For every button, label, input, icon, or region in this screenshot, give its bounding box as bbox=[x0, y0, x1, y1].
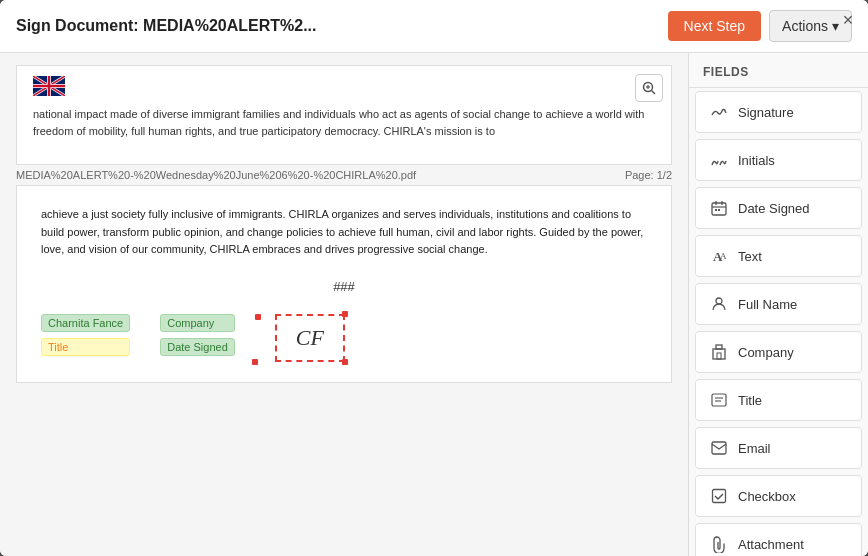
svg-rect-18 bbox=[718, 209, 720, 211]
svg-rect-29 bbox=[713, 490, 726, 503]
field-item-title[interactable]: Title bbox=[695, 379, 862, 421]
field-item-full-name[interactable]: Full Name bbox=[695, 283, 862, 325]
actions-label: Actions bbox=[782, 18, 828, 34]
company-icon bbox=[708, 341, 730, 363]
svg-point-21 bbox=[716, 298, 722, 304]
field-item-date-signed[interactable]: Date Signed bbox=[695, 187, 862, 229]
title-field-tag[interactable]: Title bbox=[41, 338, 130, 356]
field-label-title: Title bbox=[738, 393, 762, 408]
field-label-email: Email bbox=[738, 441, 771, 456]
svg-rect-25 bbox=[712, 394, 726, 406]
name-field-tag[interactable]: Charnita Fance bbox=[41, 314, 130, 332]
signature-box[interactable]: CF bbox=[275, 314, 345, 362]
text-icon: A A bbox=[708, 245, 730, 267]
document-main-page: achieve a just society fully inclusive o… bbox=[16, 185, 672, 383]
field-group-center: Company Date Signed bbox=[160, 314, 235, 356]
email-icon bbox=[708, 437, 730, 459]
doc-fields-row: Charnita Fance Title Company Date Signed… bbox=[41, 314, 647, 362]
resize-handle-bl[interactable] bbox=[252, 359, 258, 365]
svg-line-10 bbox=[652, 91, 656, 95]
filename-text: MEDIA%20ALERT%20-%20Wednesday%20June%206… bbox=[16, 169, 416, 181]
field-item-attachment[interactable]: Attachment bbox=[695, 523, 862, 556]
field-label-full-name: Full Name bbox=[738, 297, 797, 312]
field-group-left: Charnita Fance Title bbox=[41, 314, 130, 356]
modal-header: Sign Document: MEDIA%20ALERT%2... Next S… bbox=[0, 0, 868, 53]
zoom-button[interactable] bbox=[635, 74, 663, 102]
signature-icon bbox=[708, 101, 730, 123]
svg-text:A: A bbox=[720, 251, 727, 261]
company-field-tag[interactable]: Company bbox=[160, 314, 235, 332]
field-item-text[interactable]: A A Text bbox=[695, 235, 862, 277]
close-button[interactable]: × bbox=[836, 8, 860, 32]
field-item-initials[interactable]: Initials bbox=[695, 139, 862, 181]
field-label-checkbox: Checkbox bbox=[738, 489, 796, 504]
filename-bar: MEDIA%20ALERT%20-%20Wednesday%20June%206… bbox=[0, 165, 688, 185]
signature-text: CF bbox=[296, 325, 324, 351]
initials-icon bbox=[708, 149, 730, 171]
svg-rect-24 bbox=[717, 353, 721, 359]
header-actions: Next Step Actions ▾ bbox=[668, 10, 852, 42]
resize-handle-br[interactable] bbox=[342, 359, 348, 365]
resize-handle-tr[interactable] bbox=[342, 311, 348, 317]
field-item-checkbox[interactable]: Checkbox bbox=[695, 475, 862, 517]
field-label-date-signed: Date Signed bbox=[738, 201, 810, 216]
modal-container: Sign Document: MEDIA%20ALERT%2... Next S… bbox=[0, 0, 868, 556]
fields-sidebar: FIELDS Signature Initials bbox=[688, 53, 868, 556]
document-top-page: national impact made of diverse immigran… bbox=[16, 65, 672, 165]
resize-handle-tl[interactable] bbox=[255, 314, 261, 320]
checkbox-icon bbox=[708, 485, 730, 507]
date-signed-field-tag[interactable]: Date Signed bbox=[160, 338, 235, 356]
next-step-button[interactable]: Next Step bbox=[668, 11, 761, 41]
calendar-icon bbox=[708, 197, 730, 219]
fields-header: FIELDS bbox=[689, 53, 868, 88]
doc-body-text: achieve a just society fully inclusive o… bbox=[41, 206, 647, 259]
document-area: national impact made of diverse immigran… bbox=[0, 53, 688, 556]
page-info: Page: 1/2 bbox=[625, 169, 672, 181]
flag-icon bbox=[33, 76, 65, 100]
svg-rect-22 bbox=[713, 349, 725, 359]
svg-rect-28 bbox=[712, 442, 726, 454]
person-icon bbox=[708, 293, 730, 315]
field-item-email[interactable]: Email bbox=[695, 427, 862, 469]
title-icon bbox=[708, 389, 730, 411]
field-item-signature[interactable]: Signature bbox=[695, 91, 862, 133]
attachment-icon bbox=[708, 533, 730, 555]
modal-body: national impact made of diverse immigran… bbox=[0, 53, 868, 556]
field-label-company: Company bbox=[738, 345, 794, 360]
doc-separator: ### bbox=[41, 279, 647, 294]
field-label-attachment: Attachment bbox=[738, 537, 804, 552]
field-item-company[interactable]: Company bbox=[695, 331, 862, 373]
modal-title: Sign Document: MEDIA%20ALERT%2... bbox=[16, 17, 316, 35]
signature-container[interactable]: CF bbox=[255, 314, 345, 362]
field-label-text: Text bbox=[738, 249, 762, 264]
svg-rect-23 bbox=[716, 345, 722, 349]
svg-rect-17 bbox=[715, 209, 717, 211]
field-label-initials: Initials bbox=[738, 153, 775, 168]
doc-top-text: national impact made of diverse immigran… bbox=[33, 106, 655, 139]
field-label-signature: Signature bbox=[738, 105, 794, 120]
